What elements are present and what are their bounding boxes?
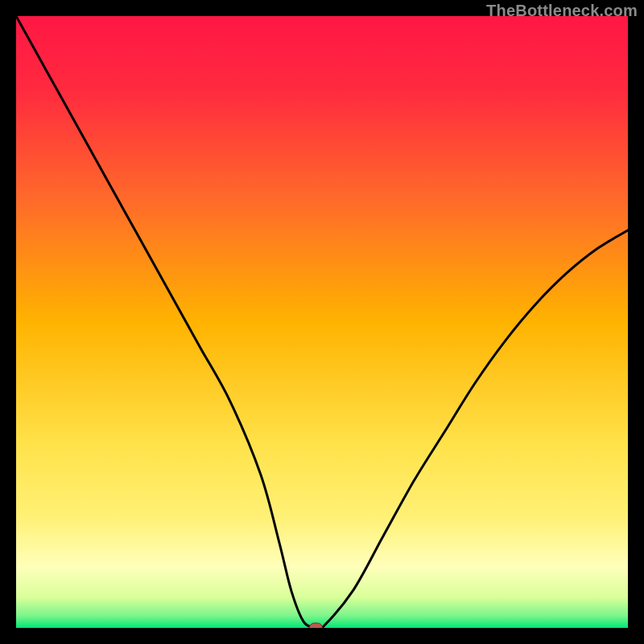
gradient-background xyxy=(16,16,628,628)
optimum-marker-dot xyxy=(309,623,322,628)
bottleneck-chart xyxy=(16,16,628,628)
optimum-marker xyxy=(309,623,322,628)
chart-frame: TheBottleneck.com xyxy=(0,0,644,644)
